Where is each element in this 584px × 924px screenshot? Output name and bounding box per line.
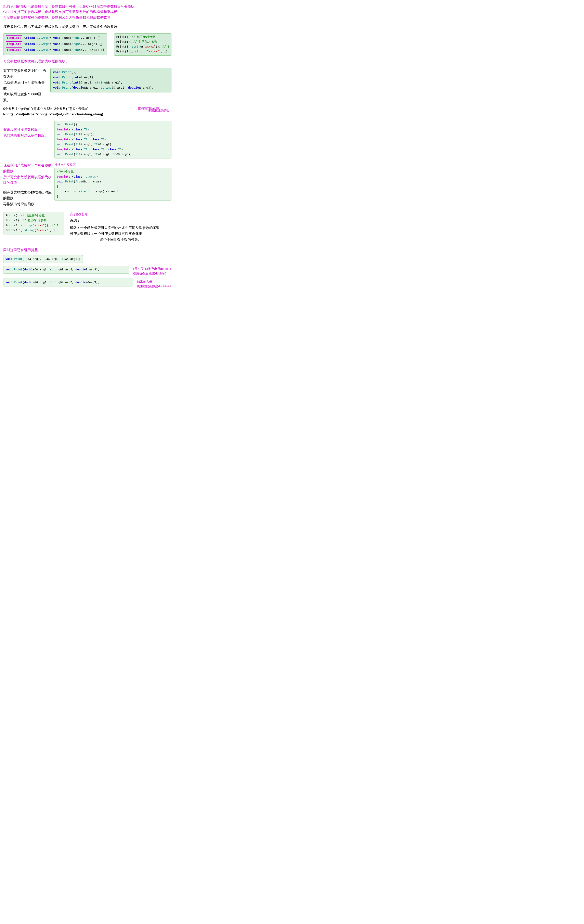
template-list-code: void Print(); template <class T1> void P… [54, 121, 172, 158]
template-highlight-2: template [6, 41, 22, 47]
desc1-text: 模板参数包，表示零或多个模板参数；函数参数包：表示零或多个函数参数。 [3, 25, 120, 29]
bottom-calls-block: Print(); // 包里有0个参数 Print(1); // 包里有1个参数… [3, 212, 64, 234]
ref-code2-wrapper: void Print(double&& arg1, string&& arg2,… [3, 266, 129, 274]
purple-comment-text: 可变参数模版本质可以理解为模版的模版。 [3, 59, 69, 63]
intro-line3: 可变数目的参数被称为参数包。参数包又分为模板参数包和函数参数包 [3, 15, 110, 19]
main-layout: 以前我们的模版只是参数可变，参数数目不可变。但是C++11后支持参数数目可变模版… [3, 4, 172, 289]
example-intro-line2: 也就是说我们写可变模版参数 [3, 80, 48, 91]
template-list-wrapper: 推演出对应函数 void Print(); template <class T1… [54, 121, 172, 158]
rvalue-annotation: 如果传右值 则生成的函数是double&& [137, 279, 172, 289]
no-variadic-row: 假设没有可变参数模版。 我们就需要写这么多个模版。 推演出对应函数 void P… [3, 121, 172, 158]
deduced-template-label: 推演出对应模版 [54, 163, 172, 167]
variadic-line3: 编译器先根据出参数推演出对应的模版 [3, 190, 52, 201]
summary-line2: 可变参数模版：一个可变参数模版可以实例化出 [70, 231, 172, 237]
annotation-rvalue-line1: 如果传右值 [137, 279, 172, 284]
print-examples: Print() Print(int/char/string) Print(int… [3, 112, 172, 117]
variadic-line1: 现在我们只需要写一个可变参数的模版 [3, 163, 52, 174]
deduced-func-text: 推演出对应函数 [148, 109, 170, 112]
main-code-block: template <class ...Args> void Func(Args.… [3, 33, 107, 55]
variadic-code-wrapper: 推演出对应模版 //0-N个参数 template <class ...Args… [54, 163, 172, 201]
variadic-line2: 所以可变参数模版可以理解为模版的模版 [3, 174, 52, 186]
ref-collapse-comment: 同时这里还有引用折叠 [3, 247, 172, 253]
side-calls-block: Print(); // 包里有0个参数 Print(1); // 包里有1个参数… [114, 33, 172, 56]
bottom-calls-row: Print(); // 包里有0个参数 Print(1); // 包里有1个参数… [3, 212, 172, 243]
print-sigs-code: void Print(); void Print(int&& arg1); vo… [50, 68, 172, 92]
summary-line1: 模版：一个函数模版可以实例化出多个不同类型参数的函数 [70, 225, 172, 231]
bottom-calls-code: Print(); // 包里有0个参数 Print(1); // 包里有1个参数… [3, 212, 64, 234]
example-intro-line1: 有了可变参数模版 以Print函数为例 [3, 68, 48, 80]
intro-line2: C++11支持可变参数模板，也就是说支持可变数量参数的函数模板和类模板， [3, 10, 120, 14]
annotation-ref-line2: 引用折叠后 推出double& [133, 271, 172, 276]
variadic-line4: 再推演出对应的函数。 [3, 201, 52, 207]
intro-line1: 以前我们的模版只是参数可变，参数数目不可变。但是C++11后支持参数数目可变模版 [3, 5, 134, 8]
variadic-code-block: //0-N个参数 template <class ...Args> void P… [54, 168, 172, 201]
ref-code2: void Print(double&& arg1, string&& arg2,… [3, 266, 129, 274]
print-signatures-block: void Print(); void Print(int&& arg1); vo… [50, 68, 172, 92]
summary-block: 实例化推演 总结： 模版：一个函数模版可以实例化出多个不同类型参数的函数 可变参… [67, 212, 172, 243]
deduced-func-annotation: 推演出对应函数 [148, 109, 170, 113]
no-variadic-line1: 假设没有可变参数模版。 [3, 127, 52, 133]
intro-section: 以前我们的模版只是参数可变，参数数目不可变。但是C++11后支持参数数目可变模版… [3, 4, 172, 20]
param-count-row: 0个参数 1个参数的任意多个类型的 2个参数任意多个类型的 推演出对应函数 Pr… [3, 106, 172, 117]
rvalue-code: void Print(double&& arg1, string&& arg2,… [3, 279, 133, 287]
example-intro-line3: 就可以写任意多个Print函数。 [3, 91, 48, 103]
template-highlight-1: template [6, 35, 22, 41]
summary-title: 总结： [70, 218, 172, 224]
ref-annotation: x是左值 T3推导出是double& 引用折叠后 推出double& [133, 266, 172, 276]
rvalue-row: void Print(double&& arg1, string&& arg2,… [3, 279, 172, 289]
example-intro-text: 有了可变参数模版 以Print函数为例 也就是说我们写可变模版参数 就可以写任意… [3, 68, 48, 103]
no-variadic-comment: 假设没有可变参数模版。 我们就需要写这么多个模版。 [3, 121, 52, 139]
variadic-row: 现在我们只需要写一个可变参数的模版 所以可变参数模版可以理解为模版的模版 编译器… [3, 163, 172, 207]
ref-collapse-code1: void Print(T1&& arg1, T2&& arg2, T3&& ar… [3, 255, 83, 263]
zero-one-two: 0个参数 1个参数的任意多个类型的 2个参数任意多个类型的 推演出对应函数 [3, 106, 172, 112]
intro-text: 以前我们的模版只是参数可变，参数数目不可变。但是C++11后支持参数数目可变模版… [3, 4, 172, 20]
desc1: 模板参数包，表示零或多个模板参数；函数参数包：表示零或多个函数参数。 [3, 24, 172, 30]
annotation-ref-line1: x是左值 T3推导出是double& [133, 267, 172, 271]
ref-collapse-section: 同时这里还有引用折叠 void Print(T1&& arg1, T2&& ar… [3, 247, 172, 289]
rvalue-code-wrapper: void Print(double&& arg1, string&& arg2,… [3, 279, 133, 287]
instantiation-label: 实例化推演 [70, 212, 172, 217]
main-code-block-wrapper: template <class ...Args> void Func(Args.… [3, 33, 107, 55]
no-variadic-line2: 我们就需要写这么多个模版。 [3, 133, 52, 139]
purple-comment: 可变参数模版本质可以理解为模版的模版。 [3, 58, 172, 64]
template-highlight-3: template [6, 47, 22, 53]
example-row: 有了可变参数模版 以Print函数为例 也就是说我们写可变模版参数 就可以写任意… [3, 68, 172, 103]
annotation-rvalue-line2: 则生成的函数是double&& [137, 284, 172, 289]
side-calls-code: Print(); // 包里有0个参数 Print(1); // 包里有1个参数… [114, 33, 172, 56]
ref-annotation-row: void Print(double&& arg1, string&& arg2,… [3, 266, 172, 276]
variadic-comment: 现在我们只需要写一个可变参数的模版 所以可变参数模版可以理解为模版的模版 编译器… [3, 163, 52, 207]
summary-line3: 多个不同参数个数的模版。 [70, 237, 172, 243]
main-code-row: template <class ...Args> void Func(Args.… [3, 33, 172, 56]
